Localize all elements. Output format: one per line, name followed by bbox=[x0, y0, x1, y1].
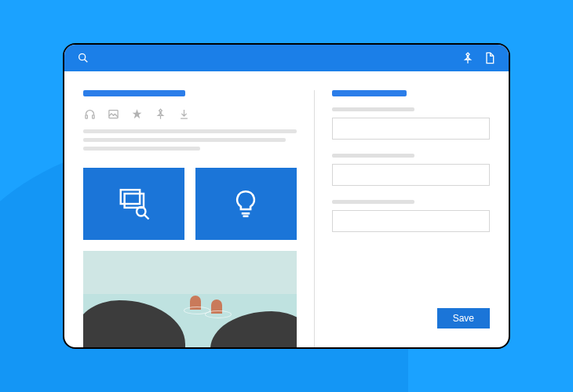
gallery-search-card[interactable] bbox=[83, 168, 184, 240]
svg-point-0 bbox=[79, 54, 86, 60]
pin-tool-icon[interactable] bbox=[154, 107, 166, 120]
svg-line-1 bbox=[85, 60, 88, 63]
svg-rect-3 bbox=[85, 114, 87, 118]
hero-image bbox=[83, 251, 297, 347]
content-area: Save bbox=[64, 71, 509, 347]
file-icon[interactable] bbox=[482, 50, 498, 66]
titlebar bbox=[64, 45, 509, 71]
field-label-3 bbox=[332, 200, 414, 204]
body-text-placeholder bbox=[83, 129, 297, 155]
lightbulb-card[interactable] bbox=[195, 168, 297, 240]
field-input-2[interactable] bbox=[332, 164, 490, 186]
star-icon[interactable] bbox=[130, 107, 143, 120]
form-field-2 bbox=[332, 154, 490, 186]
main-title-placeholder bbox=[83, 90, 185, 96]
form-field-1 bbox=[332, 107, 490, 140]
form-field-3 bbox=[332, 200, 490, 232]
field-label-1 bbox=[332, 107, 414, 111]
image-icon[interactable] bbox=[107, 107, 119, 120]
card-row bbox=[83, 168, 297, 240]
main-panel bbox=[83, 90, 297, 347]
field-label-2 bbox=[332, 154, 414, 158]
headphones-icon[interactable] bbox=[83, 107, 96, 120]
field-input-1[interactable] bbox=[332, 118, 490, 140]
side-panel: Save bbox=[314, 90, 490, 347]
search-icon[interactable] bbox=[75, 50, 91, 66]
pin-icon[interactable] bbox=[460, 50, 476, 66]
svg-rect-4 bbox=[92, 114, 94, 118]
save-button[interactable]: Save bbox=[437, 308, 490, 328]
content-toolbar bbox=[83, 107, 297, 120]
field-input-3[interactable] bbox=[332, 210, 490, 232]
side-title-placeholder bbox=[332, 90, 407, 96]
svg-line-10 bbox=[144, 215, 149, 220]
app-window: Save bbox=[63, 43, 510, 349]
button-row: Save bbox=[332, 308, 490, 328]
download-icon[interactable] bbox=[177, 107, 190, 120]
